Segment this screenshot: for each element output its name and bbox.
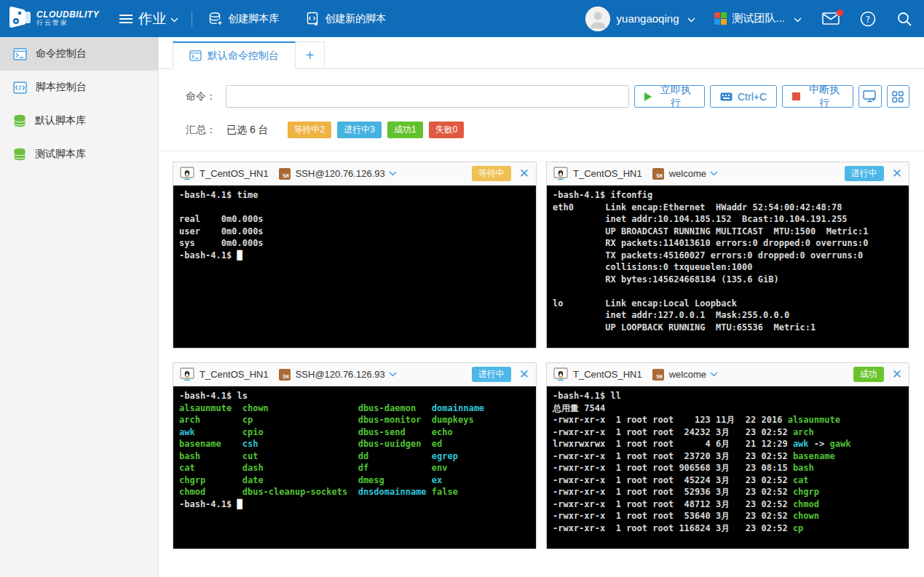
linux-host-icon — [180, 367, 194, 381]
status-badge: 等待中 — [472, 166, 511, 181]
team-selector[interactable]: 测试团队... — [732, 12, 785, 25]
topbar-divider — [191, 11, 192, 27]
waiting-count-badge: 等待中2 — [288, 122, 332, 138]
messages-button[interactable] — [822, 12, 840, 25]
database-icon — [13, 148, 26, 161]
create-new-script-button[interactable]: 创建新的脚本 — [307, 12, 386, 26]
close-icon[interactable]: ✕ — [519, 167, 529, 180]
console-panel: T_CentOS_HN1 SH welcome 成功 ✕ -bash-4.1$ … — [546, 362, 909, 549]
add-console-button[interactable] — [858, 85, 881, 108]
team-grid-icon — [714, 12, 727, 25]
host-name: T_CentOS_HN1 — [573, 168, 642, 179]
brand-subtitle: 行云管家 — [36, 20, 99, 26]
close-icon[interactable]: ✕ — [519, 368, 529, 381]
session-chevron-down-icon[interactable] — [389, 171, 397, 176]
console-panel: T_CentOS_HN1 SH SSH@120.76.126.93 等待中 ✕ … — [173, 162, 537, 349]
help-icon: ? — [860, 11, 876, 27]
status-badge: 进行中 — [472, 367, 511, 382]
session-chevron-down-icon[interactable] — [710, 171, 718, 176]
ssh-session-icon: SH — [279, 168, 291, 180]
summary-row: 汇总： 已选 6 台 等待中2 进行中3 成功1 失败0 — [186, 122, 909, 138]
success-count-badge: 成功1 — [387, 122, 423, 138]
terminal-screen[interactable]: -bash-4.1$ ifconfigeth0 Link encap:Ether… — [547, 186, 909, 348]
main-area: 默认命令控制台 + 命令： 立即执行 Ctrl+C 中断执行 汇总： 已选 6 … — [159, 37, 924, 577]
interrupt-button[interactable]: 中断执行 — [782, 85, 853, 108]
jobs-menu[interactable]: 作业 — [119, 9, 178, 28]
hamburger-icon — [119, 12, 133, 25]
script-icon — [13, 81, 27, 94]
session-chevron-down-icon[interactable] — [389, 372, 397, 377]
ctrl-c-button[interactable]: Ctrl+C — [710, 85, 777, 108]
database-plus-icon — [208, 12, 223, 26]
grid-layout-button[interactable] — [887, 85, 909, 108]
cloudbility-logo-icon — [7, 6, 32, 32]
brand-logo[interactable]: CLOUDBILITY 行云管家 — [7, 6, 99, 32]
user-name[interactable]: yuangaoqing — [617, 12, 679, 25]
close-icon[interactable]: ✕ — [892, 368, 902, 381]
team-chevron-down-icon[interactable] — [794, 12, 802, 25]
svg-text:?: ? — [866, 14, 870, 24]
command-label: 命令： — [186, 90, 216, 103]
section-divider — [159, 151, 924, 151]
console-panel-header: T_CentOS_HN1 SH SSH@120.76.126.93 等待中 ✕ — [173, 162, 536, 186]
ssh-session-icon: SH — [279, 369, 291, 381]
close-icon[interactable]: ✕ — [892, 167, 902, 180]
selected-count: 已选 6 台 — [226, 124, 269, 137]
tab-label: 默认命令控制台 — [208, 49, 279, 63]
create-new-script-label: 创建新的脚本 — [325, 12, 386, 25]
session-label[interactable]: welcome — [669, 168, 706, 179]
database-icon — [13, 114, 26, 127]
session-label[interactable]: SSH@120.76.126.93 — [296, 369, 385, 380]
keyboard-icon — [720, 92, 733, 101]
user-chevron-down-icon[interactable] — [687, 12, 695, 25]
linux-host-icon — [553, 167, 568, 180]
linux-host-icon — [553, 367, 568, 381]
sidebar-item-label: 脚本控制台 — [36, 81, 87, 94]
sidebar-item-test-script-repo[interactable]: 测试脚本库 — [0, 138, 158, 171]
terminal-icon — [13, 48, 27, 60]
ssh-session-icon: SH — [652, 168, 664, 180]
console-panel-header: T_CentOS_HN1 SH welcome 进行中 ✕ — [547, 162, 909, 186]
play-icon — [644, 92, 652, 101]
run-now-button[interactable]: 立即执行 — [634, 85, 705, 108]
console-panel: T_CentOS_HN1 SH SSH@120.76.126.93 进行中 ✕ … — [173, 362, 537, 549]
topbar: CLOUDBILITY 行云管家 作业 创建脚本库 创建新的脚本 yuangao… — [0, 0, 924, 37]
document-plus-icon — [307, 12, 320, 26]
running-count-badge: 进行中3 — [337, 122, 382, 138]
add-tab-button[interactable]: + — [296, 41, 325, 69]
session-label[interactable]: welcome — [669, 369, 706, 380]
jobs-menu-label: 作业 — [138, 9, 166, 28]
console-panel-header: T_CentOS_HN1 SH SSH@120.76.126.93 进行中 ✕ — [173, 363, 536, 386]
terminal-screen[interactable]: -bash-4.1$ time real 0m0.000suser 0m0.00… — [173, 186, 536, 348]
console-panel: T_CentOS_HN1 SH welcome 进行中 ✕ -bash-4.1$… — [546, 162, 909, 349]
terminal-screen[interactable]: -bash-4.1$ ll总用量 7544-rwxr-xr-x 1 root r… — [547, 386, 909, 549]
sidebar-item-label: 测试脚本库 — [35, 148, 86, 161]
search-icon — [896, 11, 912, 27]
sidebar-item-default-script-repo[interactable]: 默认脚本库 — [0, 104, 158, 138]
summary-label: 汇总： — [186, 124, 216, 137]
terminal-icon — [189, 50, 202, 61]
tab-default-command-console[interactable]: 默认命令控制台 — [173, 41, 296, 69]
failed-count-badge: 失败0 — [429, 122, 465, 138]
terminal-screen[interactable]: -bash-4.1$ lsalsaunmute chown dbus-daemo… — [173, 386, 536, 549]
user-avatar[interactable] — [585, 7, 610, 31]
search-button[interactable] — [896, 11, 912, 27]
create-script-repo-button[interactable]: 创建脚本库 — [208, 12, 279, 26]
host-name: T_CentOS_HN1 — [200, 168, 269, 179]
stop-icon — [792, 92, 800, 100]
grid-icon — [892, 91, 904, 103]
session-label[interactable]: SSH@120.76.126.93 — [296, 168, 385, 179]
host-name: T_CentOS_HN1 — [573, 369, 642, 380]
session-chevron-down-icon[interactable] — [710, 372, 718, 377]
monitor-plus-icon — [863, 90, 877, 103]
notification-dot — [837, 9, 843, 16]
help-button[interactable]: ? — [860, 11, 876, 27]
sidebar-item-label: 默认脚本库 — [35, 114, 86, 127]
sidebar-item-command-console[interactable]: 命令控制台 — [0, 37, 158, 71]
status-badge: 成功 — [853, 367, 884, 382]
create-script-repo-label: 创建脚本库 — [228, 12, 279, 25]
command-input[interactable] — [226, 85, 629, 108]
chevron-down-icon — [170, 12, 178, 25]
sidebar-item-label: 命令控制台 — [36, 47, 87, 60]
sidebar-item-script-console[interactable]: 脚本控制台 — [0, 71, 158, 104]
